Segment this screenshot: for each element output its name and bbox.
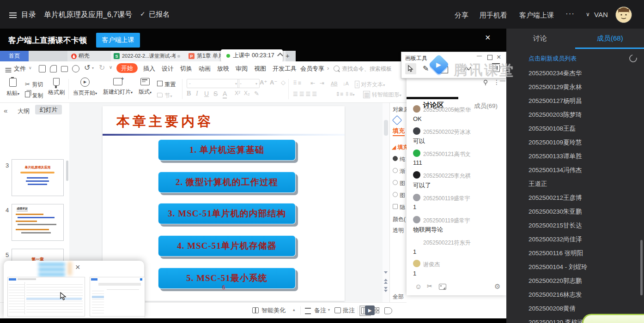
cursor-tool-icon[interactable] (408, 65, 414, 72)
scrollbar-thumb[interactable] (384, 120, 388, 136)
reading-view-icon[interactable] (384, 307, 392, 314)
kebab-menu-icon[interactable]: ⋮ (493, 78, 500, 86)
beautify-caret-icon[interactable]: ▴ (293, 307, 295, 312)
paste-button[interactable]: 粘贴▾ (4, 77, 22, 101)
tab-members-active[interactable]: 成员(68) (597, 34, 623, 43)
strikethrough-button[interactable]: S (213, 90, 218, 97)
tab-insert[interactable]: 插入 (143, 65, 155, 73)
pin-icon[interactable] (482, 79, 489, 86)
font-family-select[interactable]: -▾ (187, 79, 239, 88)
clear-format-icon[interactable]: ◇ (281, 79, 286, 86)
align-text-button[interactable]: ↕ 对齐文本▾ (355, 81, 385, 89)
fill-picture-radio[interactable]: 图 (393, 191, 405, 199)
tab-slideshow[interactable]: 放映 (217, 65, 229, 73)
chat-resize-bar[interactable] (407, 97, 458, 99)
play-caret-icon[interactable]: ▾ (377, 308, 379, 312)
align-left-icon[interactable]: ☰☰☰☰ (293, 91, 318, 97)
fill-solid-radio[interactable]: 纯 (393, 156, 405, 163)
text-direction-button[interactable]: ↓A (343, 81, 349, 86)
tab-review[interactable]: 审阅 (236, 65, 248, 73)
notes-caret-icon[interactable]: ▾ (328, 308, 330, 312)
avatar[interactable] (615, 6, 632, 23)
print-preview-icon[interactable] (72, 65, 79, 72)
tab-transition[interactable]: 切换 (180, 65, 192, 73)
notes-button[interactable]: 备注 (314, 306, 326, 315)
refresh-icon[interactable] (628, 53, 639, 64)
popup-close-icon[interactable]: × (75, 263, 80, 271)
tabs-overflow-icon[interactable]: › (327, 65, 329, 72)
tab-home[interactable]: 首页 (0, 51, 29, 61)
prev-slide-icon2[interactable] (384, 281, 388, 284)
numbered-list-icon[interactable]: ⇤ (310, 80, 315, 86)
font-color-button[interactable]: A (223, 90, 227, 99)
play-from-current-button[interactable]: ▶ 当页开始▾ (71, 77, 99, 101)
undo-dropdown-icon[interactable]: ▾ (92, 66, 94, 70)
tab-slides[interactable]: 幻灯片 (35, 105, 62, 114)
live-class-badge[interactable]: 上课中 00:23:17 (221, 49, 283, 62)
subscript-button[interactable]: X₂ (244, 90, 250, 96)
new-slide-button[interactable]: + 新建幻灯片▾ (102, 77, 134, 101)
fill-gradient-radio[interactable]: 渐 (393, 167, 405, 175)
new-tab-button[interactable]: + (286, 52, 290, 60)
cut-button[interactable]: ✂ 剪切 (25, 80, 43, 89)
chat-tab-members[interactable]: 成员(69) (474, 102, 498, 110)
canvas-scrollbar[interactable] (383, 103, 389, 302)
highlight-icon[interactable]: ✎ (254, 90, 259, 97)
next-slide-icon[interactable] (384, 287, 388, 289)
tab-discussion[interactable]: 讨论 (533, 34, 547, 43)
layout-button[interactable]: 版式▾ (136, 77, 154, 101)
minimize-icon[interactable]: — (477, 53, 482, 58)
redo-icon[interactable]: ↻ (99, 63, 105, 72)
font-larger-button[interactable]: A⁺ (260, 79, 267, 86)
collapse-panel-icon[interactable]: « (4, 107, 7, 114)
slideshow-play-button[interactable]: ▶ (365, 305, 375, 315)
curve-tool-icon[interactable] (463, 65, 472, 72)
tab-start[interactable]: 开始 (116, 63, 138, 73)
refresh-members-link[interactable]: 点击刷新成员列表 (529, 54, 577, 63)
bold-button[interactable]: B (187, 90, 191, 97)
comment-button[interactable]: 批注 (343, 306, 355, 315)
font-smaller-button[interactable]: A⁻ (270, 79, 277, 86)
fill-tab[interactable]: 填充 (393, 127, 405, 135)
copy-button[interactable]: 复制 (25, 91, 43, 100)
trash-icon[interactable] (493, 65, 500, 72)
wps-menu-icon[interactable] (6, 67, 12, 73)
search-input[interactable]: 查找命令、搜索模板 (342, 65, 392, 73)
image-icon[interactable] (439, 284, 446, 290)
tab-view[interactable]: 视图 (254, 65, 266, 73)
emoji-icon[interactable]: ☺ (415, 282, 422, 290)
character-spacing-button[interactable]: AB (331, 81, 338, 86)
chevron-down-icon[interactable]: ∨ (586, 11, 590, 18)
slide-thumbnail-4[interactable]: 成绩评定 (12, 204, 64, 241)
italic-button[interactable]: I (196, 90, 198, 97)
members-scrollbar[interactable] (640, 240, 643, 295)
tab-animation[interactable]: 动画 (199, 65, 211, 73)
fill-section-header[interactable]: ◢ 填充 (392, 144, 407, 151)
prev-slide-icon[interactable] (384, 279, 388, 281)
tab-devtools[interactable]: 开发工具 (273, 65, 297, 73)
screenshot-scissors-icon[interactable]: ✂ (427, 282, 432, 290)
maximize-icon[interactable] (487, 55, 492, 60)
share-button[interactable]: 分享 (455, 11, 468, 20)
slide-thumbnail-3[interactable]: 单片机原理及应用 (12, 159, 64, 196)
rect-tool-icon[interactable] (439, 66, 448, 73)
directory-button[interactable]: 目录 (21, 10, 36, 20)
tab-docer[interactable]: 稻壳 (67, 51, 113, 61)
format-painter-button[interactable]: 格式刷 (46, 77, 67, 101)
close-icon[interactable]: × (497, 54, 501, 61)
smart-graphic-button[interactable]: ▥ 转智能图形▾ (363, 91, 401, 99)
ribbon-collapse-icon[interactable]: ∨ (109, 65, 112, 70)
underline-button[interactable]: U (204, 90, 209, 97)
apply-all-label[interactable]: 全部 (393, 293, 404, 301)
tab-outline[interactable]: 大纲 (18, 107, 30, 115)
scroll-down-icon[interactable] (384, 271, 388, 274)
save-icon[interactable] (39, 65, 46, 72)
export-icon[interactable] (50, 65, 57, 72)
hamburger-menu-icon[interactable] (9, 11, 17, 19)
fill-pattern-radio[interactable]: 图 (393, 179, 405, 187)
tab-member[interactable]: 会员专享 (300, 65, 324, 73)
pen-tool-icon[interactable]: ✎ (423, 64, 429, 73)
chat-minimize-icon[interactable]: — (500, 78, 505, 84)
font-size-select[interactable]: -▾ (237, 79, 260, 88)
more-menu-icon[interactable]: ··· (565, 9, 575, 18)
